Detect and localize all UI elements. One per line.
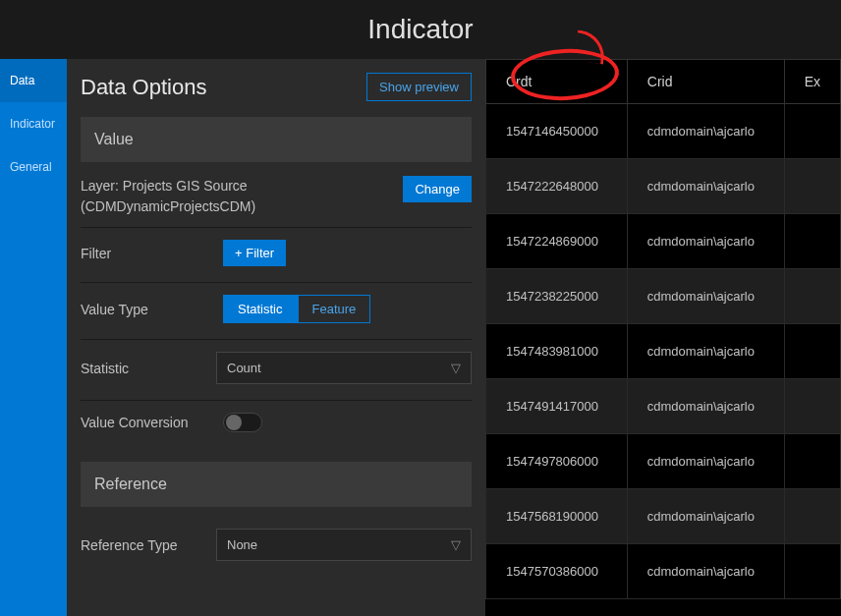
cell-crid: cdmdomain\ajcarlo: [627, 544, 784, 599]
reference-section-label: Reference: [94, 476, 167, 492]
table-header-crid[interactable]: Crid: [627, 60, 784, 104]
cell-crid: cdmdomain\ajcarlo: [627, 324, 784, 379]
cell-crdt: 1547146450000: [486, 104, 628, 159]
cell-ex: [784, 214, 840, 269]
value-conversion-toggle[interactable]: [223, 413, 262, 432]
preview-table: Crdt Crid Ex 1547146450000cdmdomain\ajca…: [485, 59, 841, 599]
filter-row: Filter + Filter: [67, 232, 485, 278]
table-header-row: Crdt Crid Ex: [486, 60, 841, 104]
app-title: Indicator: [0, 0, 841, 59]
value-type-row: Value Type Statistic Feature: [67, 287, 485, 335]
divider: [81, 339, 472, 340]
cell-crdt: 1547497806000: [486, 434, 628, 489]
cell-ex: [784, 489, 840, 544]
table-row[interactable]: 1547570386000cdmdomain\ajcarlo: [486, 544, 841, 599]
config-panel: Data Options Show preview Value Layer: P…: [67, 59, 485, 616]
table-row[interactable]: 1547238225000cdmdomain\ajcarlo: [486, 269, 841, 324]
cell-crid: cdmdomain\ajcarlo: [627, 379, 784, 434]
chevron-down-icon: ▽: [451, 361, 461, 375]
show-preview-button[interactable]: Show preview: [366, 73, 472, 101]
cell-crid: cdmdomain\ajcarlo: [627, 159, 784, 214]
sidebar-item-general[interactable]: General: [0, 145, 67, 189]
preview-panel: Crdt Crid Ex 1547146450000cdmdomain\ajca…: [485, 59, 841, 616]
table-row[interactable]: 1547483981000cdmdomain\ajcarlo: [486, 324, 841, 379]
reference-type-row: Reference Type None ▽: [67, 521, 485, 573]
value-type-segmented: Statistic Feature: [223, 295, 370, 323]
value-type-statistic-button[interactable]: Statistic: [223, 295, 298, 323]
cell-crdt: 1547222648000: [486, 159, 628, 214]
divider: [81, 400, 472, 401]
config-header: Data Options Show preview: [67, 59, 485, 113]
cell-crdt: 1547570386000: [486, 544, 628, 599]
cell-ex: [784, 104, 840, 159]
cell-ex: [784, 379, 840, 434]
table-header-crdt[interactable]: Crdt: [486, 60, 628, 104]
filter-label: Filter: [81, 246, 223, 261]
cell-crdt: 1547568190000: [486, 489, 628, 544]
cell-crdt: 1547483981000: [486, 324, 628, 379]
divider: [81, 227, 472, 228]
statistic-dropdown-value: Count: [227, 361, 261, 375]
cell-ex: [784, 269, 840, 324]
table-row[interactable]: 1547222648000cdmdomain\ajcarlo: [486, 159, 841, 214]
divider: [81, 282, 472, 283]
cell-crdt: 1547224869000: [486, 214, 628, 269]
sidebar-item-data[interactable]: Data: [0, 59, 67, 102]
cell-crid: cdmdomain\ajcarlo: [627, 434, 784, 489]
config-title: Data Options: [81, 75, 206, 100]
main-area: Data Indicator General Data Options Show…: [0, 59, 841, 616]
cell-ex: [784, 434, 840, 489]
table-row[interactable]: 1547568190000cdmdomain\ajcarlo: [486, 489, 841, 544]
sidebar-item-indicator[interactable]: Indicator: [0, 102, 67, 145]
table-row[interactable]: 1547224869000cdmdomain\ajcarlo: [486, 214, 841, 269]
table-row[interactable]: 1547491417000cdmdomain\ajcarlo: [486, 379, 841, 434]
cell-crid: cdmdomain\ajcarlo: [627, 269, 784, 324]
table-body: 1547146450000cdmdomain\ajcarlo 154722264…: [486, 104, 841, 599]
cell-crdt: 1547238225000: [486, 269, 628, 324]
cell-crid: cdmdomain\ajcarlo: [627, 489, 784, 544]
toggle-knob: [226, 415, 242, 430]
layer-label: Layer: Projects GIS Source (CDMDynamicPr…: [81, 176, 403, 217]
cell-crid: cdmdomain\ajcarlo: [627, 104, 784, 159]
cell-ex: [784, 324, 840, 379]
chevron-down-icon: ▽: [451, 537, 461, 552]
cell-ex: [784, 159, 840, 214]
cell-ex: [784, 544, 840, 599]
value-section-label: Value: [94, 131, 134, 147]
reference-type-dropdown-value: None: [227, 537, 257, 552]
value-conversion-label: Value Conversion: [81, 415, 223, 430]
cell-crid: cdmdomain\ajcarlo: [627, 214, 784, 269]
cell-crdt: 1547491417000: [486, 379, 628, 434]
statistic-label: Statistic: [81, 361, 216, 376]
add-filter-button[interactable]: + Filter: [223, 240, 286, 266]
table-header-ex[interactable]: Ex: [784, 60, 840, 104]
reference-type-dropdown[interactable]: None ▽: [216, 529, 472, 561]
table-row[interactable]: 1547497806000cdmdomain\ajcarlo: [486, 434, 841, 489]
table-row[interactable]: 1547146450000cdmdomain\ajcarlo: [486, 104, 841, 159]
layer-row: Layer: Projects GIS Source (CDMDynamicPr…: [67, 176, 485, 223]
statistic-row: Statistic Count ▽: [67, 344, 485, 396]
value-type-label: Value Type: [81, 302, 223, 317]
reference-type-label: Reference Type: [81, 537, 216, 553]
value-type-feature-button[interactable]: Feature: [298, 295, 371, 323]
value-conversion-row: Value Conversion: [67, 405, 485, 444]
reference-section-header[interactable]: Reference: [81, 462, 472, 507]
change-layer-button[interactable]: Change: [403, 176, 472, 202]
sidebar: Data Indicator General: [0, 59, 67, 616]
statistic-dropdown[interactable]: Count ▽: [216, 352, 472, 384]
value-section-header[interactable]: Value: [81, 117, 472, 162]
